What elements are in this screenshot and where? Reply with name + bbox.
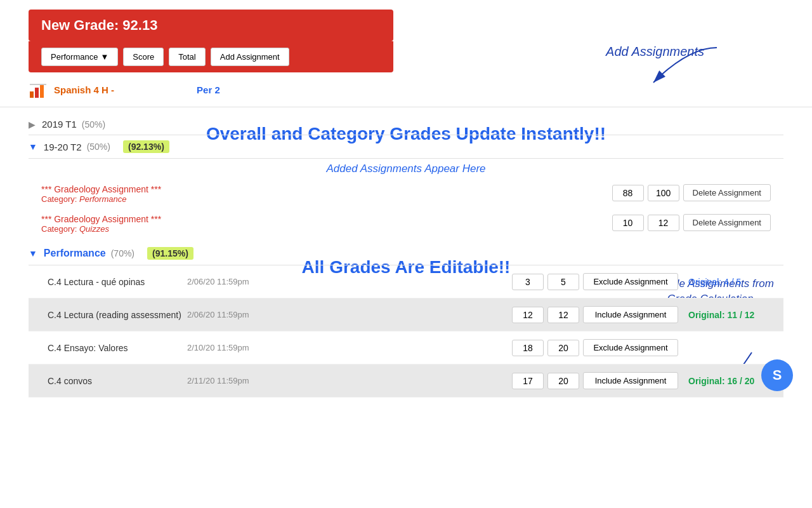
assignment-convos-total[interactable]	[547, 373, 579, 389]
assignment-lectura-opinas-scores: Exclude Assignment Original: 4 / 5	[512, 273, 764, 290]
include-convos-button[interactable]: Include Assignment	[583, 372, 678, 389]
grade-bar: New Grade: 92.13	[29, 10, 393, 41]
svg-rect-4	[40, 84, 44, 98]
added-assignment-2-category: Category: Quizzes	[41, 224, 161, 234]
svg-rect-5	[30, 84, 46, 85]
assignment-convos-date: 2/11/20 11:59pm	[187, 376, 295, 385]
toolbar: Performance ▼ Score Total Add Assignment	[29, 41, 393, 72]
exclude-lectura-opinas-button[interactable]: Exclude Assignment	[583, 273, 678, 290]
content-area: ▶ 2019 T1 (50%) ▼ 19-20 T2 (50%) (92.13%…	[0, 107, 812, 404]
added-assignment-2-score[interactable]	[612, 215, 644, 231]
total-button[interactable]: Total	[169, 48, 205, 66]
dropdown-arrow-icon: ▼	[100, 52, 108, 62]
assignment-lectura-reading-scores: Include Assignment Original: 11 / 12	[512, 306, 764, 323]
added-assignment-1: *** Gradeology Assignment *** Category: …	[29, 179, 783, 209]
assignment-ensayo-valores-name: C.4 Ensayo: Valores	[48, 343, 187, 353]
assignment-lectura-opinas-total[interactable]	[547, 274, 579, 290]
assignment-lectura-opinas-date: 2/06/20 11:59pm	[187, 277, 295, 286]
assignment-convos-scores: Include Assignment Original: 16 / 20	[512, 372, 764, 389]
chevron-down-icon: ▼	[29, 142, 37, 152]
term-1920t2-grade: (92.13%)	[123, 140, 169, 153]
performance-button[interactable]: Performance ▼	[41, 48, 118, 66]
svg-rect-3	[35, 88, 39, 98]
performance-chevron-icon: ▼	[29, 248, 37, 258]
include-lectura-reading-button[interactable]: Include Assignment	[583, 306, 678, 323]
added-assignment-1-category: Category: Performance	[41, 194, 161, 204]
score-button[interactable]: Score	[123, 48, 164, 66]
assignment-ensayo-valores-score[interactable]	[512, 340, 544, 356]
assignment-lectura-reading-original: Original: 11 / 12	[688, 310, 764, 320]
assignment-lectura-reading-score[interactable]	[512, 307, 544, 323]
assignment-convos-name: C.4 convos	[48, 376, 187, 386]
assignment-lectura-opinas: C.4 Lectura - qué opinas 2/06/20 11:59pm…	[29, 265, 783, 298]
assignment-convos-score[interactable]	[512, 373, 544, 389]
chevron-right-icon: ▶	[29, 119, 36, 130]
add-assignment-button[interactable]: Add Assignment	[211, 48, 289, 66]
performance-category-name: Performance	[44, 248, 106, 259]
assignment-ensayo-valores-date: 2/10/20 11:59pm	[187, 343, 295, 352]
added-assignments-appear: Added Assignments Appear Here	[29, 159, 783, 179]
term-1920t2-row[interactable]: ▼ 19-20 T2 (50%) (92.13%)	[29, 135, 783, 159]
performance-category-section: ▼ Performance (70%) (91.15%) C.4 Lectura…	[29, 242, 783, 398]
added-assignment-2-name: *** Gradeology Assignment ***	[41, 214, 161, 224]
term-2019t1-weight: (50%)	[82, 119, 105, 130]
performance-category-header[interactable]: ▼ Performance (70%) (91.15%)	[29, 242, 783, 265]
added-assignment-1-name: *** Gradeology Assignment ***	[41, 184, 161, 194]
added-assignment-1-total[interactable]	[648, 185, 679, 201]
delete-assignment-2-button[interactable]: Delete Assignment	[683, 214, 771, 231]
class-name: Spanish 4 H -	[54, 84, 114, 95]
term-1920t2-weight: (50%)	[87, 142, 110, 152]
class-period: Per 2	[197, 84, 220, 95]
user-avatar[interactable]: S	[761, 359, 793, 391]
assignment-convos-original: Original: 16 / 20	[688, 376, 764, 386]
annotation-add-assignments: Add Assignments	[606, 44, 704, 59]
assignment-lectura-opinas-score[interactable]	[512, 274, 544, 290]
assignment-lectura-reading-total[interactable]	[547, 307, 579, 323]
assignment-lectura-opinas-name: C.4 Lectura - qué opinas	[48, 277, 187, 287]
added-assignment-2: *** Gradeology Assignment *** Category: …	[29, 209, 783, 239]
assignment-ensayo-valores: C.4 Ensayo: Valores 2/10/20 11:59pm Excl…	[29, 331, 783, 364]
added-assignment-2-total[interactable]	[648, 215, 679, 231]
assignment-lectura-reading: C.4 Lectura (reading assessment) 2/06/20…	[29, 298, 783, 331]
exclude-ensayo-valores-button[interactable]: Exclude Assignment	[583, 339, 678, 356]
class-icon	[29, 80, 48, 99]
delete-assignment-1-button[interactable]: Delete Assignment	[683, 184, 771, 201]
svg-rect-2	[30, 91, 34, 98]
class-header: Spanish 4 H - Per 2	[0, 72, 812, 107]
assignment-lectura-reading-date: 2/06/20 11:59pm	[187, 310, 295, 319]
assignment-convos: C.4 convos 2/11/20 11:59pm Include Assig…	[29, 364, 783, 398]
term-1920t2-label: 19-20 T2	[44, 142, 82, 152]
term-2019t1-row[interactable]: ▶ 2019 T1 (50%)	[29, 114, 783, 135]
added-assignment-1-score[interactable]	[612, 185, 644, 201]
performance-category-grade: (91.15%)	[147, 247, 193, 260]
assignment-lectura-reading-name: C.4 Lectura (reading assessment)	[48, 310, 187, 320]
assignment-lectura-opinas-original: Original: 4 / 5	[688, 277, 764, 287]
assignment-ensayo-valores-total[interactable]	[547, 340, 579, 356]
assignment-ensayo-valores-scores: Exclude Assignment	[512, 339, 764, 356]
term-2019t1-label: 2019 T1	[42, 119, 77, 130]
performance-category-weight: (70%)	[111, 248, 134, 258]
